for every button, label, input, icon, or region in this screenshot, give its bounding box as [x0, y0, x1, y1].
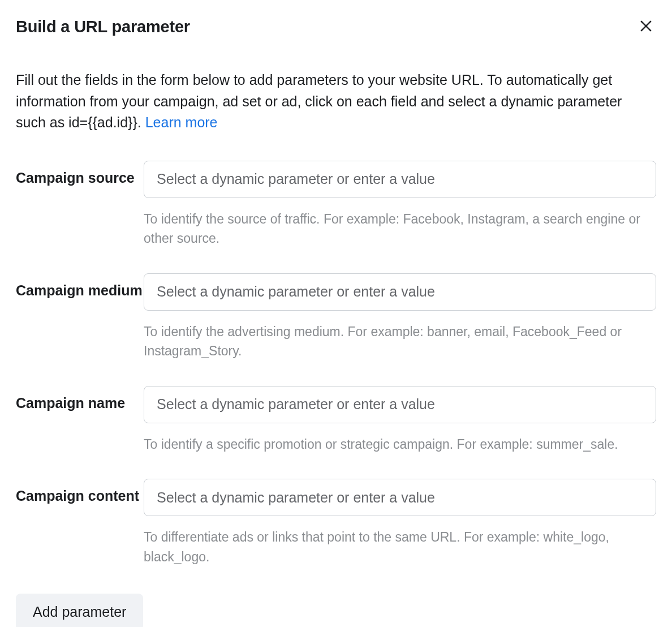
campaign-name-input[interactable] [144, 386, 656, 423]
field-help-campaign-content: To differentiate ads or links that point… [144, 527, 656, 566]
field-label-campaign-source: Campaign source [16, 169, 144, 188]
modal-title: Build a URL parameter [16, 18, 190, 36]
field-row-campaign-name: Campaign name To identify a specific pro… [16, 386, 656, 454]
field-help-campaign-medium: To identify the advertising medium. For … [144, 322, 656, 361]
intro-text: Fill out the fields in the form below to… [16, 72, 622, 130]
learn-more-link[interactable]: Learn more [145, 114, 218, 130]
add-parameter-button[interactable]: Add parameter [16, 594, 143, 627]
close-button[interactable] [636, 16, 656, 38]
field-help-campaign-name: To identify a specific promotion or stra… [144, 435, 656, 454]
field-row-campaign-content: Campaign content To differentiate ads or… [16, 479, 656, 566]
field-row-campaign-source: Campaign source To identify the source o… [16, 161, 656, 248]
campaign-content-input[interactable] [144, 479, 656, 516]
field-label-campaign-content: Campaign content [16, 487, 144, 506]
campaign-source-input[interactable] [144, 161, 656, 198]
field-help-campaign-source: To identify the source of traffic. For e… [144, 209, 656, 248]
intro-paragraph: Fill out the fields in the form below to… [16, 70, 649, 134]
modal-header: Build a URL parameter [16, 16, 656, 38]
field-label-campaign-medium: Campaign medium [16, 281, 144, 300]
campaign-medium-input[interactable] [144, 273, 656, 311]
field-row-campaign-medium: Campaign medium To identify the advertis… [16, 273, 656, 361]
field-label-campaign-name: Campaign name [16, 394, 144, 413]
close-icon [638, 18, 654, 36]
